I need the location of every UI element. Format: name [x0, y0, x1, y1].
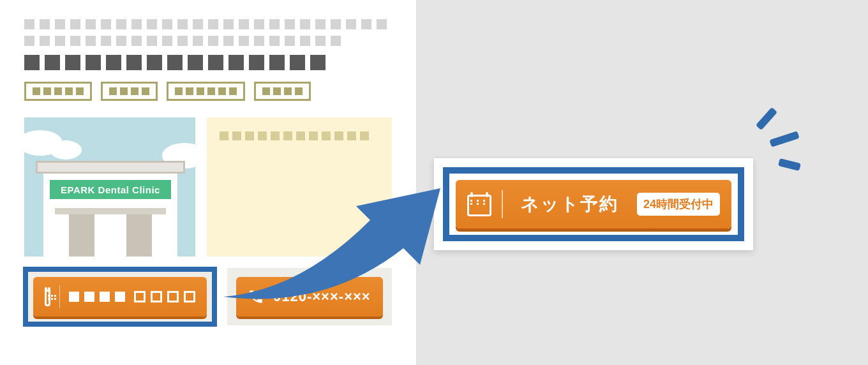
placeholder-row — [24, 36, 392, 46]
net-reserve-button-small-highlight — [24, 268, 216, 325]
emphasis-line — [778, 158, 801, 171]
placeholder-row — [24, 19, 392, 29]
net-reserve-callout: ネット予約 24時間受付中 — [434, 158, 753, 250]
zoom-panel: ネット予約 24時間受付中 — [416, 0, 868, 365]
availability-badge: 24時間受付中 — [637, 193, 720, 216]
arrow-icon — [217, 163, 466, 303]
net-reserve-button[interactable]: ネット予約 24時間受付中 — [456, 180, 731, 228]
emphasis-line — [756, 107, 777, 130]
calendar-icon — [45, 287, 50, 306]
building-icon: EPARK Dental Clinic — [43, 161, 177, 257]
net-reserve-button-small[interactable] — [33, 277, 207, 317]
net-reserve-label: ネット予約 — [513, 192, 627, 216]
clinic-illustration: EPARK Dental Clinic — [24, 117, 195, 257]
calendar-icon — [467, 192, 491, 216]
tag-row — [24, 82, 392, 101]
clinic-signboard: EPARK Dental Clinic — [50, 180, 171, 199]
emphasis-line — [769, 131, 799, 147]
placeholder-row-dark — [24, 55, 392, 70]
